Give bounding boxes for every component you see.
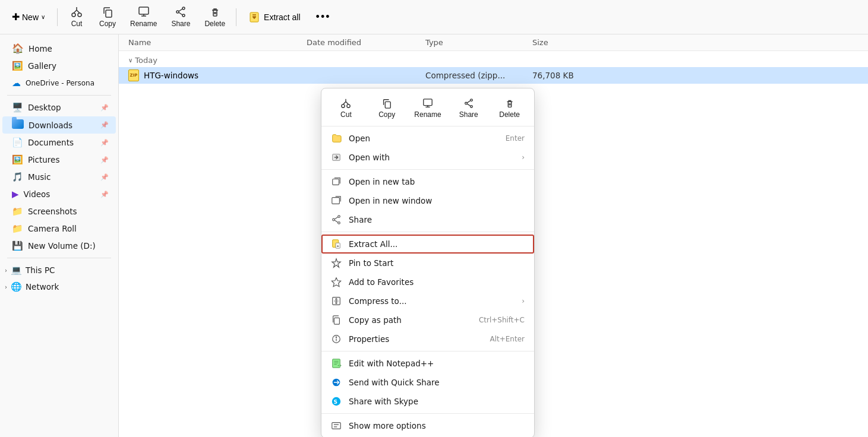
sidebar-item-documents[interactable]: 📄 Documents 📌: [2, 134, 116, 151]
ctx-compress-icon: [331, 296, 342, 306]
rename-button[interactable]: Rename: [124, 4, 163, 30]
svg-point-0: [72, 13, 75, 17]
col-size-header[interactable]: Size: [532, 38, 604, 47]
ctx-skype[interactable]: S Share with Skype: [321, 392, 534, 411]
sidebar-item-onedrive[interactable]: ☁️ OneDrive - Persona: [2, 75, 116, 91]
main-layout: 🏠 Home 🖼️ Gallery ☁️ OneDrive - Persona …: [0, 34, 868, 437]
svg-point-40: [338, 216, 340, 218]
volume-icon: 💾: [12, 240, 23, 251]
ctx-properties-label: Properties: [349, 334, 482, 344]
svg-rect-38: [333, 179, 339, 185]
file-name: HTG-windows: [144, 71, 198, 80]
ctx-open-new-window[interactable]: Open in new window: [321, 191, 534, 210]
ctx-copy-label: Copy: [378, 110, 395, 119]
ctx-open-new-tab[interactable]: Open in new tab: [321, 172, 534, 191]
svg-line-23: [346, 102, 349, 104]
ctx-quick-share-label: Send with Quick Share: [349, 378, 525, 387]
ctx-rename-button[interactable]: Rename: [408, 94, 448, 122]
sidebar-divider-1: [7, 95, 111, 96]
col-name-header[interactable]: Name: [128, 38, 307, 47]
ctx-delete-label: Delete: [499, 110, 520, 119]
this-pc-label: This PC: [26, 265, 55, 275]
ctx-pin-icon: [331, 258, 342, 268]
file-name-cell: ZIP HTG-windows: [128, 69, 307, 81]
svg-point-29: [470, 99, 472, 102]
more-button[interactable]: •••: [310, 7, 337, 27]
sidebar-divider-2: [7, 258, 111, 258]
ctx-separator-1: [321, 169, 534, 170]
rename-label: Rename: [130, 20, 157, 28]
ctx-open-with[interactable]: Open with ›: [321, 148, 534, 167]
ctx-share2[interactable]: Share: [321, 210, 534, 229]
ctx-extract-all[interactable]: Extract All...: [321, 235, 534, 254]
toolbar-separator-1: [57, 8, 58, 26]
sidebar-item-camera-roll[interactable]: 📁 Camera Roll: [2, 220, 116, 237]
sidebar-item-music[interactable]: 🎵 Music 📌: [2, 169, 116, 185]
new-arrow: ∨: [41, 14, 45, 20]
ctx-open-new-window-label: Open in new window: [349, 196, 525, 205]
ctx-properties[interactable]: Properties Alt+Enter: [321, 330, 534, 349]
thispc-icon: 💻: [11, 265, 22, 276]
svg-line-33: [467, 104, 470, 106]
svg-line-32: [467, 101, 470, 103]
svg-line-43: [334, 217, 337, 220]
extract-all-button[interactable]: Extract all: [241, 8, 307, 27]
ctx-compress-to[interactable]: Compress to... ›: [321, 292, 534, 311]
svg-line-22: [343, 102, 346, 104]
network-icon: 🌐: [11, 281, 22, 292]
ctx-compress-arrow: ›: [522, 297, 525, 305]
ctx-delete-button[interactable]: Delete: [490, 94, 529, 122]
ctx-new-tab-icon: [331, 176, 342, 187]
toolbar: ✚ New ∨ Cut Copy Rename Share: [0, 0, 868, 34]
sidebar-onedrive-label: OneDrive - Persona: [26, 79, 94, 87]
ctx-more-options-label: Show more options: [349, 421, 525, 430]
svg-point-20: [342, 104, 345, 107]
svg-rect-39: [332, 198, 340, 204]
new-button[interactable]: ✚ New ∨: [5, 8, 52, 26]
svg-line-2: [74, 10, 77, 13]
ctx-pin-start[interactable]: Pin to Start: [321, 254, 534, 273]
ctx-notepad-plus[interactable]: ++ Edit with Notepad++: [321, 354, 534, 373]
screenshots-icon: 📁: [12, 206, 23, 217]
context-menu: Cut Copy Rename: [321, 88, 535, 437]
sidebar-item-downloads[interactable]: Downloads 📌: [2, 116, 116, 134]
more-label: •••: [316, 11, 331, 23]
sidebar-item-screenshots[interactable]: 📁 Screenshots: [2, 203, 116, 220]
copy-button[interactable]: Copy: [93, 4, 122, 30]
col-type-header[interactable]: Type: [425, 38, 532, 47]
sidebar-network[interactable]: › 🌐 Network: [0, 278, 118, 295]
col-date-header[interactable]: Date modified: [307, 38, 425, 47]
svg-rect-5: [106, 10, 112, 17]
ctx-open[interactable]: Open Enter: [321, 129, 534, 148]
ctx-skype-icon: S: [331, 396, 342, 407]
sidebar-item-pictures[interactable]: 🖼️ Pictures 📌: [2, 151, 116, 168]
ctx-more-options[interactable]: Show more options: [321, 416, 534, 435]
svg-point-10: [182, 14, 185, 17]
ctx-share-button[interactable]: Share: [449, 94, 488, 122]
svg-rect-50: [334, 318, 339, 324]
file-row-htg[interactable]: ZIP HTG-windows Compressed (zipp... 76,7…: [119, 67, 868, 84]
svg-point-9: [182, 7, 185, 10]
svg-text:++: ++: [337, 364, 342, 367]
documents-icon: 📄: [12, 137, 23, 148]
camera-roll-label: Camera Roll: [28, 224, 77, 233]
cut-button[interactable]: Cut: [62, 4, 91, 30]
ctx-copy-path[interactable]: Copy as path Ctrl+Shift+C: [321, 311, 534, 330]
sidebar-this-pc[interactable]: › 💻 This PC: [0, 262, 118, 278]
ctx-copy-button[interactable]: Copy: [367, 94, 407, 122]
sidebar-item-videos[interactable]: ▶️ Videos 📌: [2, 186, 116, 202]
camera-roll-icon: 📁: [12, 223, 23, 234]
delete-button[interactable]: Delete: [198, 4, 231, 30]
sidebar-item-gallery[interactable]: 🖼️ Gallery: [2, 58, 116, 74]
file-type: Compressed (zipp...: [425, 71, 532, 80]
ctx-open-icon: [331, 133, 342, 144]
sidebar-item-new-volume[interactable]: 💾 New Volume (D:): [2, 238, 116, 254]
sidebar-item-home[interactable]: 🏠 Home: [2, 40, 116, 57]
sidebar-item-desktop[interactable]: 🖥️ Desktop 📌: [2, 99, 116, 116]
downloads-folder-icon: [12, 119, 24, 131]
ctx-quick-share[interactable]: Send with Quick Share: [321, 373, 534, 392]
delete-label: Delete: [204, 20, 225, 28]
share-button[interactable]: Share: [165, 4, 196, 30]
ctx-add-favorites[interactable]: Add to Favorites: [321, 273, 534, 292]
ctx-cut-button[interactable]: Cut: [326, 94, 366, 122]
